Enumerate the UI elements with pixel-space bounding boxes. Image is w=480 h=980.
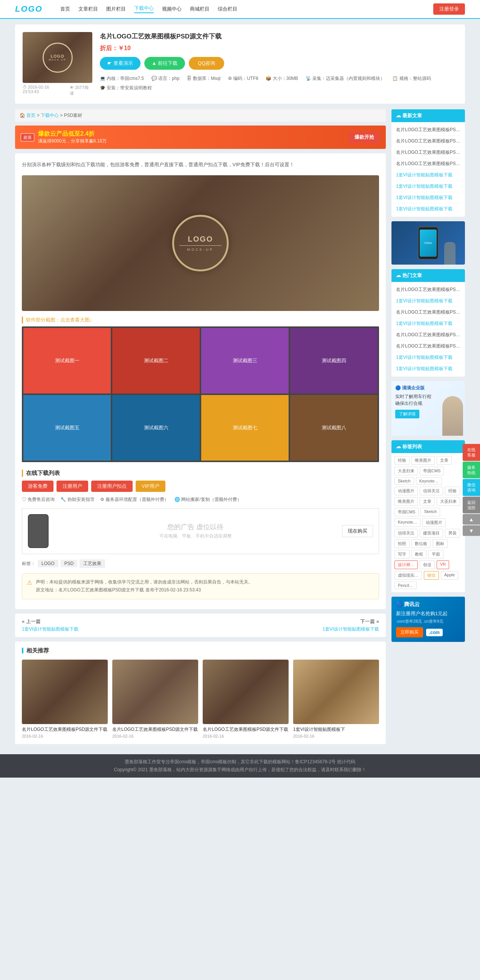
- nav-item-download[interactable]: 下载中心: [134, 5, 154, 13]
- reg-download-button[interactable]: 注册用户: [57, 480, 88, 492]
- tag-cloud-8[interactable]: 信得关注: [420, 487, 443, 495]
- breadcrumb-parent[interactable]: 下载中心: [41, 113, 59, 118]
- nav-item-mixed[interactable]: 综合栏目: [218, 6, 237, 13]
- hot-item-2[interactable]: 1套VI设计智能贴图模板下载: [396, 296, 460, 307]
- tag-cloud-10[interactable]: 唯美图片: [394, 497, 418, 506]
- tag-cloud-4[interactable]: 帝国CMS: [420, 467, 444, 475]
- nav-item-video[interactable]: 视频中心: [162, 6, 181, 13]
- screenshot-8[interactable]: 测试截图八: [290, 395, 378, 461]
- hot-item-3[interactable]: 名片LOGO工艺效果图模板PSD源文...: [396, 307, 460, 318]
- tag-cloud-27[interactable]: 创业: [420, 560, 435, 569]
- next-desc[interactable]: 1套VI设计智能贴图模板下载: [323, 626, 379, 633]
- download-button[interactable]: ▲ 前往下载: [144, 57, 185, 70]
- tag-psd[interactable]: PSD: [60, 560, 78, 567]
- latest-item-7[interactable]: 1套VI设计智能贴图模板下载: [396, 192, 460, 204]
- related-item-4[interactable]: 1套VI设计智能贴图模板下 2016-02-16: [293, 660, 379, 738]
- tag-cloud-1[interactable]: 唯美图片: [412, 456, 435, 465]
- tag-cloud-22[interactable]: 图标: [432, 539, 448, 548]
- tag-cloud-26[interactable]: 设计师…: [394, 560, 418, 569]
- tag-cloud-12[interactable]: 大圣归来: [437, 497, 460, 506]
- tag-cloud-31[interactable]: Apple: [441, 571, 458, 580]
- prev-desc[interactable]: 1套VI设计智能贴图模板下载: [22, 626, 78, 633]
- float-top[interactable]: 返回顶部: [463, 497, 480, 514]
- tag-cloud-15[interactable]: Keynote…: [394, 518, 420, 527]
- hot-item-5[interactable]: 名片LOGO工艺效果图模板PSD源文...: [396, 329, 460, 341]
- related-item-3[interactable]: 名片LOGO工艺效果图模板PSD源文件下载 2016-02-16: [203, 660, 289, 738]
- nav-item-article[interactable]: 文章栏目: [78, 6, 98, 13]
- tag-cloud-19[interactable]: 男装: [445, 529, 460, 538]
- latest-item-3[interactable]: 名片LOGO工艺效果图模板PSD源文...: [396, 147, 460, 158]
- buy-ad-button[interactable]: 现在购买: [342, 525, 373, 537]
- related-item-2[interactable]: 名片LOGO工艺效果图模板PSD源文件下载 2016-02-16: [112, 660, 198, 738]
- latest-item-5[interactable]: 1套VI设计智能贴图模板下载: [396, 170, 460, 181]
- float-scroll-up[interactable]: ▲: [463, 514, 480, 525]
- prev-label[interactable]: « 上一篇: [22, 618, 78, 625]
- tag-cloud-29[interactable]: 虚拟现实…: [394, 571, 422, 580]
- tag-cloud-28[interactable]: VR: [437, 560, 449, 569]
- screenshot-7[interactable]: 测试截图七: [201, 395, 289, 461]
- tag-cloud-9[interactable]: 经验: [445, 487, 460, 495]
- tag-cloud-18[interactable]: 建筑项目: [420, 529, 443, 538]
- float-hotline[interactable]: 服务热线: [463, 461, 480, 478]
- tag-cloud-25[interactable]: 平面: [428, 550, 443, 558]
- float-online-service[interactable]: 在线客服: [463, 444, 480, 461]
- hot-item-1[interactable]: 名片LOGO工艺效果图模板PSD源文...: [396, 284, 460, 296]
- tag-cloud-23[interactable]: 写字: [394, 550, 410, 558]
- tag-cloud-20[interactable]: 拍照: [394, 539, 410, 548]
- tag-cloud-24[interactable]: 教程: [412, 550, 426, 558]
- screenshot-1[interactable]: 测试截图一: [23, 328, 111, 393]
- tag-cloud-5[interactable]: Sketch: [394, 477, 414, 485]
- action-buttons: ☛ 查看演示 ▲ 前往下载 QQ咨询: [100, 57, 458, 70]
- tag-cloud-0[interactable]: 经验: [394, 456, 410, 465]
- tag-cloud-21[interactable]: 数位板: [412, 539, 431, 548]
- tag-cloud-2[interactable]: 文章: [437, 456, 452, 465]
- guest-download-button[interactable]: 游客免费: [22, 480, 54, 492]
- enterprise-cta[interactable]: 了解详情: [395, 410, 420, 418]
- latest-item-1[interactable]: 名片LOGO工艺效果图模板PSD源文...: [396, 124, 460, 136]
- tag-cloud-3[interactable]: 大圣归来: [394, 467, 418, 475]
- tag-cloud-17[interactable]: 信得关注: [394, 529, 418, 538]
- tag-cloud-16[interactable]: 动漫图片: [422, 518, 446, 527]
- reg-click-download-button[interactable]: 注册用户扣点: [91, 480, 133, 492]
- related-item-1[interactable]: 名片LOGO工艺效果图模板PSD源文件下载 2016-02-16: [22, 660, 108, 738]
- tag-cloud-7[interactable]: 动漫图片: [394, 487, 418, 495]
- register-button[interactable]: 注册登录: [433, 3, 465, 15]
- nav-item-home[interactable]: 首页: [60, 6, 70, 13]
- tag-craft[interactable]: 工艺效果: [79, 559, 105, 568]
- tag-cloud-32[interactable]: Pencil…: [394, 582, 417, 589]
- latest-item-2[interactable]: 名片LOGO工艺效果图模板PSD源文...: [396, 136, 460, 147]
- latest-item-8[interactable]: 1套VI设计智能贴图模板下载: [396, 204, 460, 215]
- hot-item-4[interactable]: 1套VI设计智能贴图模板下载: [396, 318, 460, 329]
- tag-logo[interactable]: LOGO: [38, 560, 59, 567]
- tags-label: 标签：: [22, 560, 35, 567]
- qq-button[interactable]: QQ咨询: [189, 57, 224, 70]
- screenshot-4[interactable]: 测试截图四: [290, 328, 378, 393]
- related-title: 相关推荐: [22, 647, 379, 654]
- preview-button[interactable]: ☛ 查看演示: [100, 57, 140, 70]
- latest-item-4[interactable]: 名片LOGO工艺效果图模板PSD源文...: [396, 158, 460, 170]
- screenshot-5[interactable]: 测试截图五: [23, 395, 111, 461]
- ad-banner[interactable]: 超值 爆款云产品低至2.4折 满返得6000元，分享独享赢6.18万 爆款开抢: [15, 126, 386, 149]
- hot-item-7[interactable]: 1套VI设计智能贴图模板下载: [396, 352, 460, 363]
- latest-item-6[interactable]: 1套VI设计智能贴图模板下载: [396, 181, 460, 192]
- tag-cloud-30[interactable]: 锁信: [424, 571, 439, 580]
- hot-item-6[interactable]: 名片LOGO工艺效果图模板PSD源文...: [396, 341, 460, 352]
- ad-cta-button[interactable]: 爆款开抢: [348, 131, 380, 143]
- breadcrumb-home[interactable]: 首页: [26, 113, 35, 118]
- float-scroll-down[interactable]: ▼: [463, 525, 480, 536]
- next-label[interactable]: 下一篇 »: [323, 618, 379, 625]
- screenshots-grid: 测试截图一 测试截图二 测试截图三 测试截图四 测试截图五 测试截图六 测试截图…: [22, 326, 379, 462]
- tencent-buy-button[interactable]: 立即购买: [396, 627, 423, 637]
- float-wechat[interactable]: 微信咨询: [463, 479, 480, 496]
- nav-item-image[interactable]: 图片栏目: [106, 6, 126, 13]
- vip-download-button[interactable]: VIP用户: [136, 480, 165, 492]
- tag-cloud-11[interactable]: 文章: [420, 497, 435, 506]
- tag-cloud-6[interactable]: Keynote…: [416, 477, 442, 485]
- hot-item-8[interactable]: 1套VI设计智能贴图模板下载: [396, 363, 460, 374]
- tag-cloud-14[interactable]: Sketch: [420, 508, 440, 516]
- screenshot-3[interactable]: 测试截图三: [201, 328, 289, 393]
- screenshot-6[interactable]: 测试截图六: [112, 395, 200, 461]
- screenshot-2[interactable]: 测试截图二: [112, 328, 200, 393]
- nav-item-shop[interactable]: 商城栏目: [190, 6, 210, 13]
- tag-cloud-13[interactable]: 帝国CMS: [394, 508, 419, 516]
